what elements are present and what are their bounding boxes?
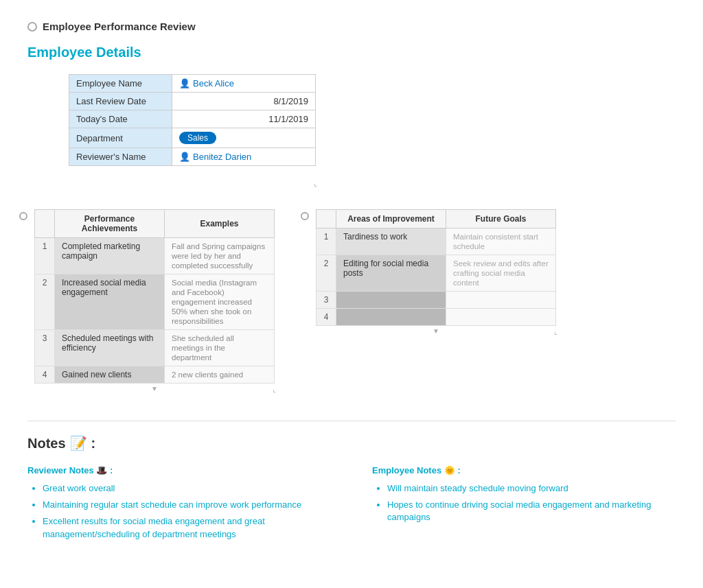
- improvement-table: Areas of Improvement Future Goals 1 Tard…: [316, 209, 556, 326]
- notes-icon: 📝: [70, 435, 87, 451]
- department-row: Department Sales: [69, 128, 316, 148]
- improve-row-num: 3: [316, 292, 336, 309]
- last-review-label: Last Review Date: [69, 93, 172, 110]
- tables-section: Performance Achievements Examples 1 Comp…: [34, 209, 676, 393]
- performance-table-wrapper: Performance Achievements Examples 1 Comp…: [34, 209, 275, 393]
- improve-row-num: 1: [316, 228, 336, 255]
- perf-scroll-down[interactable]: ▼: [34, 385, 275, 392]
- reviewer-name-row: Reviewer's Name 👤Benitez Darien: [69, 148, 316, 166]
- reviewer-notes-title: Reviewer Notes 🎩 :: [27, 465, 331, 475]
- improve-row: 1 Tardiness to work Maintain consistent …: [316, 228, 556, 255]
- notes-divider: [27, 421, 676, 421]
- perf-row: 2 Increased social media engagement Soci…: [35, 274, 275, 330]
- notes-colon: :: [91, 436, 96, 451]
- employee-note-item: Hopes to continue driving social media e…: [387, 499, 676, 524]
- employee-name-label: Employee Name: [69, 75, 172, 93]
- perf-achievement: Completed marketing campaign: [55, 238, 165, 274]
- perf-row-num: 3: [35, 330, 55, 366]
- improve-col2-header: Future Goals: [446, 210, 556, 228]
- department-value: Sales: [172, 128, 316, 148]
- today-date-value: 11/1/2019: [172, 110, 316, 128]
- improve-area: [336, 292, 446, 309]
- employee-colon: :: [457, 465, 460, 475]
- reviewer-note-item: Great work overall: [43, 482, 331, 495]
- improve-circle-icon: [301, 212, 309, 220]
- circle-icon: [27, 22, 37, 32]
- improve-scroll-down[interactable]: ▼: [316, 327, 556, 335]
- notes-title-text: Notes: [27, 436, 66, 451]
- notes-columns: Reviewer Notes 🎩 : Great work overallMai…: [27, 465, 676, 545]
- department-badge: Sales: [179, 132, 216, 144]
- improve-num-header: [316, 210, 336, 228]
- perf-row: 4 Gained new clients 2 new clients gaine…: [35, 366, 275, 384]
- improve-area: Editing for social media posts: [336, 255, 446, 292]
- improve-goal: Seek review and edits after crafting soc…: [446, 255, 556, 292]
- perf-circle-icon: [19, 212, 27, 220]
- reviewer-user-icon: 👤: [179, 152, 190, 162]
- perf-row: 3 Scheduled meetings with efficiency She…: [35, 330, 275, 366]
- improve-area: [336, 309, 446, 326]
- performance-table: Performance Achievements Examples 1 Comp…: [34, 209, 275, 384]
- reviewer-name-link[interactable]: Benitez Darien: [193, 152, 251, 162]
- perf-achievement: Increased social media engagement: [55, 274, 165, 330]
- perf-num-header: [35, 210, 55, 238]
- improve-goal: [446, 309, 556, 326]
- improve-resize-handle[interactable]: ⌞: [554, 327, 557, 336]
- improve-row-num: 2: [316, 255, 336, 292]
- reviewer-colon: :: [110, 465, 113, 475]
- improve-area: Tardiness to work: [336, 228, 446, 255]
- improve-header-row: Areas of Improvement Future Goals: [316, 210, 556, 228]
- employee-details-title: Employee Details: [27, 45, 676, 60]
- perf-achievement: Gained new clients: [55, 366, 165, 384]
- reviewer-note-item: Maintaining regular start schedule can i…: [43, 499, 331, 511]
- improve-row-num: 4: [316, 309, 336, 326]
- employee-name-value: 👤Beck Alice: [172, 75, 316, 93]
- perf-achievement: Scheduled meetings with efficiency: [55, 330, 165, 366]
- employee-notes-list: Will maintain steady schedule moving for…: [372, 482, 676, 524]
- improve-goal: [446, 292, 556, 309]
- employee-name-link[interactable]: Beck Alice: [193, 78, 234, 89]
- last-review-value: 8/1/2019: [172, 93, 316, 110]
- perf-col2-header: Examples: [165, 210, 275, 238]
- perf-example: 2 new clients gained: [165, 366, 275, 384]
- improvement-table-wrapper: Areas of Improvement Future Goals 1 Tard…: [316, 209, 556, 393]
- reviewer-notes-col: Reviewer Notes 🎩 : Great work overallMai…: [27, 465, 331, 545]
- improve-col1-header: Areas of Improvement: [336, 210, 446, 228]
- perf-example: Fall and Spring campaigns were led by he…: [165, 238, 275, 274]
- reviewer-notes-title-text: Reviewer Notes: [27, 465, 94, 475]
- perf-example: She scheduled all meetings in the depart…: [165, 330, 275, 366]
- today-date-row: Today's Date 11/1/2019: [69, 110, 316, 128]
- user-icon: 👤: [179, 78, 190, 89]
- reviewer-emoji: 🎩: [96, 465, 107, 475]
- perf-header-row: Performance Achievements Examples: [35, 210, 275, 238]
- improve-row: 3: [316, 292, 556, 309]
- reviewer-name-value: 👤Benitez Darien: [172, 148, 316, 166]
- perf-row-num: 2: [35, 274, 55, 330]
- employee-note-item: Will maintain steady schedule moving for…: [387, 482, 676, 495]
- reviewer-note-item: Excellent results for social media engag…: [43, 515, 331, 540]
- reviewer-name-label: Reviewer's Name: [69, 148, 172, 166]
- page-title: Employee Performance Review: [43, 21, 196, 32]
- perf-resize-handle[interactable]: ⌞: [273, 385, 276, 394]
- employee-emoji: 🌞: [444, 465, 455, 475]
- perf-example: Social media (Instagram and Facebook) en…: [165, 274, 275, 330]
- today-date-label: Today's Date: [69, 110, 172, 128]
- employee-name-row: Employee Name 👤Beck Alice: [69, 75, 316, 93]
- page-title-container: Employee Performance Review: [27, 21, 676, 32]
- perf-row: 1 Completed marketing campaign Fall and …: [35, 238, 275, 274]
- department-label: Department: [69, 128, 172, 148]
- employee-notes-title: Employee Notes 🌞 :: [372, 465, 676, 475]
- reviewer-notes-list: Great work overallMaintaining regular st…: [27, 482, 331, 541]
- employee-notes-title-text: Employee Notes: [372, 465, 441, 475]
- perf-row-num: 1: [35, 238, 55, 274]
- improve-goal: Maintain consistent start schedule: [446, 228, 556, 255]
- improve-row: 2 Editing for social media posts Seek re…: [316, 255, 556, 292]
- employee-details-table: Employee Name 👤Beck Alice Last Review Da…: [69, 74, 316, 166]
- last-review-row: Last Review Date 8/1/2019: [69, 93, 316, 110]
- perf-col1-header: Performance Achievements: [55, 210, 165, 238]
- employee-notes-col: Employee Notes 🌞 : Will maintain steady …: [372, 465, 676, 545]
- perf-row-num: 4: [35, 366, 55, 384]
- notes-section-title-container: Notes 📝 :: [27, 435, 676, 451]
- improve-row: 4: [316, 309, 556, 326]
- resize-handle[interactable]: ⌞: [314, 179, 317, 188]
